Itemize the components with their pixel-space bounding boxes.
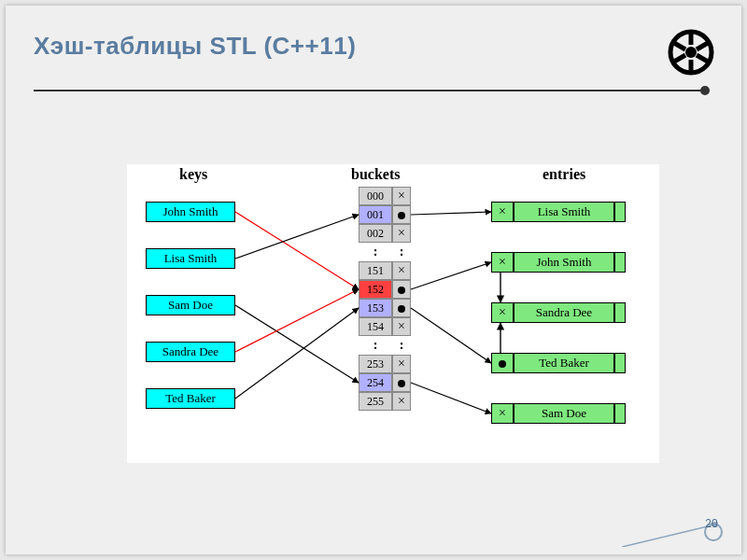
- key-item: John Smith: [146, 202, 235, 222]
- svg-line-7: [674, 55, 685, 62]
- bucket-ptr: ×: [392, 355, 411, 373]
- bucket-index: 151: [359, 261, 392, 280]
- svg-line-5: [697, 55, 708, 62]
- bucket-index: 154: [359, 317, 392, 336]
- bucket-ptr: ×: [392, 224, 411, 243]
- bucket-ptr: ×: [392, 261, 411, 280]
- bucket-index: 152: [359, 280, 392, 299]
- ellipsis: :: [392, 338, 411, 353]
- column-header-keys: keys: [179, 166, 207, 183]
- key-item: Ted Baker: [146, 388, 235, 409]
- svg-point-1: [685, 47, 697, 58]
- svg-line-16: [411, 383, 491, 413]
- svg-line-12: [235, 308, 359, 399]
- key-item: Sandra Dee: [146, 342, 235, 362]
- svg-line-4: [674, 43, 685, 49]
- entry-item: ×Sam Doe: [491, 403, 626, 424]
- key-item: Lisa Smith: [146, 248, 235, 269]
- bucket-ptr: ×: [392, 317, 411, 336]
- bucket-ptr: [392, 280, 411, 299]
- bucket-index: 254: [359, 373, 392, 392]
- bucket-index: 255: [359, 392, 392, 411]
- svg-line-11: [235, 289, 359, 352]
- svg-line-14: [411, 262, 491, 289]
- bucket-ptr: ×: [392, 187, 411, 205]
- page-title: Хэш-таблицы STL (C++11): [34, 32, 356, 61]
- bucket-index: 000: [359, 187, 392, 205]
- ellipsis: :: [359, 338, 392, 353]
- svg-line-15: [411, 308, 491, 363]
- column-header-entries: entries: [543, 166, 585, 183]
- column-header-buckets: buckets: [351, 166, 400, 183]
- entry-item: Ted Baker: [491, 353, 626, 373]
- divider: [34, 90, 706, 91]
- bucket-ptr: [392, 299, 411, 317]
- gear-icon: [663, 24, 719, 80]
- svg-line-13: [411, 212, 491, 215]
- hash-table-diagram: keys buckets entries John Smith Lisa Smi…: [127, 164, 659, 463]
- svg-line-8: [235, 212, 359, 289]
- bucket-ptr: ×: [392, 392, 411, 411]
- key-item: Sam Doe: [146, 295, 235, 315]
- entry-item: ×John Smith: [491, 252, 626, 273]
- svg-line-9: [235, 215, 359, 259]
- page-number: 20: [698, 517, 725, 543]
- bucket-index: 001: [359, 205, 392, 224]
- ellipsis: :: [359, 245, 392, 259]
- entry-item: ×Sandra Dee: [491, 302, 626, 323]
- bucket-ptr: [392, 205, 411, 224]
- bucket-ptr: [392, 373, 411, 392]
- bucket-index: 002: [359, 224, 392, 243]
- bucket-index: 253: [359, 355, 392, 373]
- ellipsis: :: [392, 245, 411, 259]
- entry-item: ×Lisa Smith: [491, 202, 626, 222]
- svg-line-10: [235, 305, 359, 383]
- svg-line-6: [697, 43, 708, 49]
- bucket-index: 153: [359, 299, 392, 317]
